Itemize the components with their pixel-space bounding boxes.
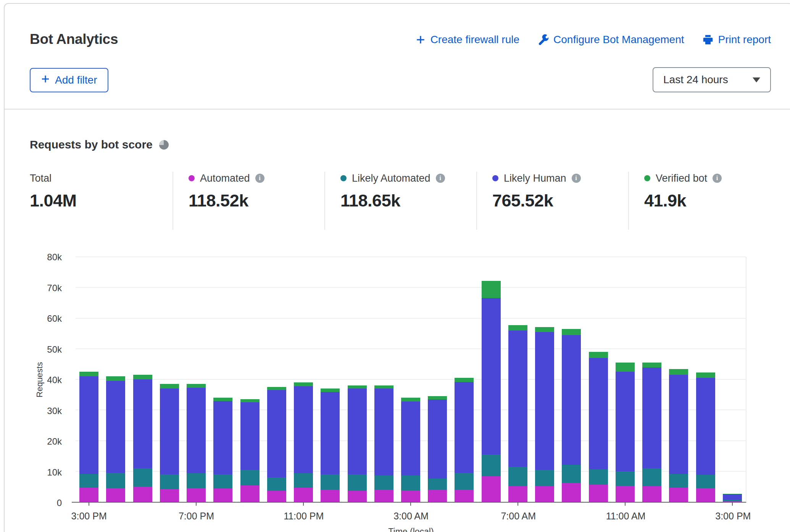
bar-segment-likely-human[interactable] bbox=[508, 330, 527, 467]
stacked-bar[interactable] bbox=[535, 257, 554, 502]
bar-segment-verified-bot[interactable] bbox=[294, 382, 313, 386]
stacked-bar[interactable] bbox=[374, 257, 393, 502]
bar-segment-verified-bot[interactable] bbox=[428, 396, 447, 400]
bar-segment-verified-bot[interactable] bbox=[187, 384, 206, 388]
bar-segment-automated[interactable] bbox=[696, 488, 715, 502]
create-firewall-rule-link[interactable]: Create firewall rule bbox=[416, 34, 519, 46]
bar-segment-verified-bot[interactable] bbox=[240, 399, 260, 402]
bar-segment-verified-bot[interactable] bbox=[133, 375, 152, 379]
pie-chart-icon[interactable] bbox=[159, 140, 169, 150]
bar-segment-likely-human[interactable] bbox=[428, 400, 447, 479]
bar-segment-likely-automated[interactable] bbox=[79, 474, 98, 488]
bar-segment-automated[interactable] bbox=[187, 488, 206, 502]
bar-segment-likely-automated[interactable] bbox=[213, 474, 232, 488]
bar-segment-verified-bot[interactable] bbox=[562, 329, 581, 335]
bar-segment-likely-human[interactable] bbox=[696, 378, 715, 475]
stacked-bar[interactable] bbox=[106, 257, 125, 502]
bar-segment-likely-human[interactable] bbox=[213, 401, 232, 474]
bar-segment-automated[interactable] bbox=[267, 491, 286, 502]
bar-segment-automated[interactable] bbox=[508, 486, 527, 502]
bar-segment-verified-bot[interactable] bbox=[642, 363, 661, 368]
stacked-bar[interactable] bbox=[133, 257, 152, 502]
info-icon[interactable]: i bbox=[436, 174, 445, 183]
bar-segment-likely-human[interactable] bbox=[562, 335, 581, 465]
bar-segment-verified-bot[interactable] bbox=[616, 363, 635, 372]
bar-segment-verified-bot[interactable] bbox=[401, 398, 420, 401]
bar-segment-likely-automated[interactable] bbox=[133, 468, 152, 487]
bar-segment-automated[interactable] bbox=[374, 490, 393, 502]
bar-segment-automated[interactable] bbox=[589, 485, 608, 502]
add-filter-button[interactable]: Add filter bbox=[30, 68, 108, 92]
stacked-bar[interactable] bbox=[696, 257, 715, 502]
bar-segment-likely-automated[interactable] bbox=[401, 476, 420, 490]
bar-segment-automated[interactable] bbox=[482, 476, 501, 502]
bar-segment-likely-automated[interactable] bbox=[240, 470, 260, 485]
bar-segment-likely-human[interactable] bbox=[535, 332, 554, 469]
bar-segment-automated[interactable] bbox=[535, 486, 554, 502]
stacked-bar[interactable] bbox=[642, 257, 661, 502]
bar-segment-likely-human[interactable] bbox=[401, 401, 420, 476]
bar-segment-likely-automated[interactable] bbox=[428, 479, 447, 490]
stacked-bar[interactable] bbox=[240, 257, 260, 502]
bar-segment-likely-human[interactable] bbox=[669, 375, 688, 474]
bar-segment-verified-bot[interactable] bbox=[213, 398, 232, 401]
bar-segment-likely-human[interactable] bbox=[723, 494, 742, 500]
stat-likely-automated[interactable]: Likely Automatedi118.65k bbox=[324, 172, 476, 230]
bar-segment-likely-automated[interactable] bbox=[589, 469, 608, 485]
stacked-bar[interactable] bbox=[723, 257, 742, 502]
stacked-bar[interactable] bbox=[455, 257, 474, 502]
stacked-bar[interactable] bbox=[160, 257, 179, 502]
bar-segment-verified-bot[interactable] bbox=[669, 369, 688, 375]
bar-segment-automated[interactable] bbox=[79, 488, 98, 502]
bar-segment-likely-human[interactable] bbox=[589, 358, 608, 469]
stacked-bar[interactable] bbox=[267, 257, 286, 502]
bar-segment-likely-automated[interactable] bbox=[669, 474, 688, 488]
bar-segment-likely-human[interactable] bbox=[240, 402, 260, 470]
bar-segment-automated[interactable] bbox=[616, 486, 635, 502]
bar-segment-likely-automated[interactable] bbox=[508, 467, 527, 486]
bar-segment-likely-human[interactable] bbox=[616, 372, 635, 471]
stacked-bar[interactable] bbox=[482, 257, 501, 502]
stacked-bar[interactable] bbox=[213, 257, 232, 502]
bar-segment-verified-bot[interactable] bbox=[267, 387, 286, 390]
bar-segment-likely-human[interactable] bbox=[321, 392, 340, 474]
bar-segment-likely-human[interactable] bbox=[187, 388, 206, 473]
stat-likely-human[interactable]: Likely Humani765.52k bbox=[476, 172, 628, 230]
bar-segment-automated[interactable] bbox=[562, 483, 581, 502]
bar-segment-likely-automated[interactable] bbox=[482, 455, 501, 476]
bar-segment-likely-automated[interactable] bbox=[455, 473, 474, 490]
bar-segment-likely-human[interactable] bbox=[294, 386, 313, 474]
stacked-bar[interactable] bbox=[79, 257, 98, 502]
bar-segment-automated[interactable] bbox=[213, 488, 232, 502]
stacked-bar[interactable] bbox=[589, 257, 608, 502]
bar-segment-likely-automated[interactable] bbox=[535, 470, 554, 486]
bar-segment-automated[interactable] bbox=[294, 488, 313, 502]
bar-segment-automated[interactable] bbox=[240, 485, 260, 502]
bar-segment-likely-human[interactable] bbox=[267, 390, 286, 477]
bar-segment-verified-bot[interactable] bbox=[696, 372, 715, 378]
bar-segment-likely-automated[interactable] bbox=[106, 473, 125, 488]
bar-segment-likely-human[interactable] bbox=[79, 376, 98, 474]
stacked-bar[interactable] bbox=[508, 257, 527, 502]
bar-segment-likely-human[interactable] bbox=[133, 379, 152, 468]
stat-automated[interactable]: Automatedi118.52k bbox=[173, 172, 324, 230]
bar-segment-likely-automated[interactable] bbox=[642, 468, 661, 486]
bar-segment-verified-bot[interactable] bbox=[321, 389, 340, 392]
bar-segment-likely-human[interactable] bbox=[348, 389, 367, 474]
bar-segment-likely-automated[interactable] bbox=[294, 473, 313, 488]
configure-bot-management-link[interactable]: Configure Bot Management bbox=[538, 34, 684, 46]
bar-segment-automated[interactable] bbox=[133, 487, 152, 502]
bar-segment-verified-bot[interactable] bbox=[160, 384, 179, 389]
stacked-bar[interactable] bbox=[348, 257, 367, 502]
bar-segment-verified-bot[interactable] bbox=[79, 372, 98, 376]
stacked-bar[interactable] bbox=[562, 257, 581, 502]
bar-segment-automated[interactable] bbox=[348, 491, 367, 502]
bar-segment-verified-bot[interactable] bbox=[455, 378, 474, 382]
stacked-bar[interactable] bbox=[294, 257, 313, 502]
stacked-bar[interactable] bbox=[428, 257, 447, 502]
stacked-bar[interactable] bbox=[401, 257, 420, 502]
bar-segment-likely-automated[interactable] bbox=[187, 473, 206, 488]
bar-segment-likely-automated[interactable] bbox=[696, 475, 715, 488]
bar-segment-verified-bot[interactable] bbox=[535, 327, 554, 332]
info-icon[interactable]: i bbox=[713, 174, 722, 183]
